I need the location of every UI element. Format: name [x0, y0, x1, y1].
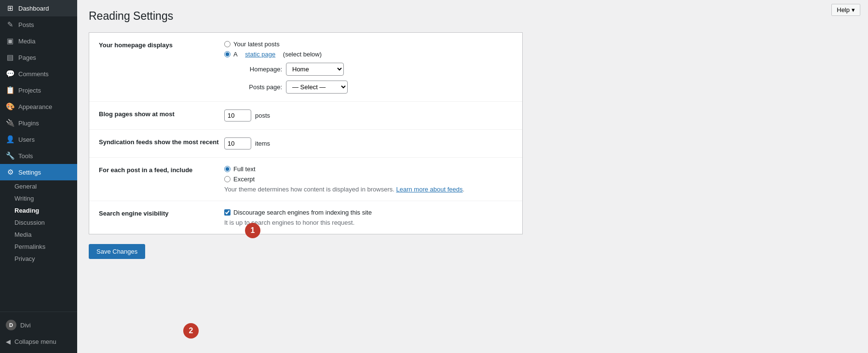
- divi-label: Divi: [20, 322, 31, 329]
- sidebar-item-media[interactable]: ▣ Media: [0, 33, 77, 49]
- homepage-label: Your homepage displays: [99, 41, 224, 49]
- subitem-media[interactable]: Media: [0, 229, 77, 241]
- media-icon: ▣: [6, 37, 14, 45]
- search-visibility-label: Search engine visibility: [99, 209, 224, 217]
- comments-icon: 💬: [6, 69, 14, 78]
- sidebar-divi[interactable]: D Divi: [0, 316, 77, 334]
- settings-form: Your homepage displays Your latest posts…: [89, 32, 523, 234]
- radio-excerpt-input[interactable]: [224, 176, 231, 182]
- sidebar-item-users[interactable]: 👤 Users: [0, 131, 77, 148]
- sidebar-bottom: D Divi ◀ Collapse menu: [0, 312, 77, 353]
- subitem-permalinks[interactable]: Permalinks: [0, 241, 77, 253]
- static-page-link[interactable]: static page: [245, 51, 275, 58]
- sidebar-item-label: Plugins: [18, 120, 39, 127]
- subitem-reading[interactable]: Reading: [0, 204, 77, 217]
- radio-excerpt-label: Excerpt: [233, 176, 255, 183]
- radio-full-text-label: Full text: [233, 165, 256, 173]
- feed-include-row: For each post in a feed, include Full te…: [89, 158, 522, 201]
- sidebar-item-label: Comments: [18, 70, 49, 78]
- homepage-select-label: Homepage:: [234, 66, 282, 73]
- search-visibility-control: Discourage search engines from indexing …: [224, 209, 513, 226]
- sidebar-item-label: Dashboard: [18, 5, 49, 12]
- static-page-suffix: (select below): [283, 51, 322, 58]
- feed-radio-group: Full text Excerpt: [224, 165, 513, 183]
- radio-full-text-input[interactable]: [224, 166, 231, 172]
- radio-latest-posts-input[interactable]: [224, 41, 231, 47]
- sidebar-item-settings[interactable]: ⚙ Settings: [0, 164, 77, 180]
- blog-pages-label: Blog pages show at most: [99, 109, 224, 118]
- search-visibility-row: Search engine visibility Discourage sear…: [89, 201, 522, 234]
- subitem-discussion[interactable]: Discussion: [0, 217, 77, 229]
- sidebar-item-posts[interactable]: ✎ Posts: [0, 16, 77, 33]
- posts-page-select-label: Posts page:: [234, 83, 282, 91]
- syndication-number-row: items: [224, 137, 513, 149]
- sidebar-item-label: Posts: [18, 21, 34, 28]
- save-changes-button[interactable]: Save Changes: [89, 244, 145, 259]
- subitem-general[interactable]: General: [0, 180, 77, 192]
- sidebar-item-plugins[interactable]: 🔌 Plugins: [0, 115, 77, 131]
- posts-page-select[interactable]: — Select —: [286, 81, 348, 94]
- search-engine-hint: It is up to search engines to honor this…: [224, 219, 513, 226]
- discourage-search-engines-checkbox[interactable]: Discourage search engines from indexing …: [224, 209, 513, 216]
- collapse-menu-button[interactable]: ◀ Collapse menu: [0, 334, 77, 349]
- syndication-label: Syndication feeds show the most recent: [99, 137, 224, 146]
- sidebar-item-label: Appearance: [18, 103, 52, 110]
- blog-pages-number-row: posts: [224, 109, 513, 122]
- posts-icon: ✎: [6, 20, 14, 29]
- annotation-badge-1: 1: [245, 223, 260, 238]
- blog-pages-control: posts: [224, 109, 513, 122]
- settings-icon: ⚙: [6, 168, 14, 176]
- homepage-select[interactable]: Home: [286, 63, 344, 76]
- dashboard-icon: ⊞: [6, 4, 14, 13]
- radio-static-page[interactable]: A static page (select below): [224, 51, 513, 58]
- radio-excerpt[interactable]: Excerpt: [224, 176, 513, 183]
- feed-hint: Your theme determines how content is dis…: [224, 186, 513, 193]
- sidebar-item-dashboard[interactable]: ⊞ Dashboard: [0, 0, 77, 16]
- subitem-privacy[interactable]: Privacy: [0, 253, 77, 265]
- syndication-input[interactable]: [224, 137, 251, 149]
- sidebar-item-label: Users: [18, 136, 35, 143]
- page-title: Reading Settings: [89, 10, 856, 23]
- sidebar-item-appearance[interactable]: 🎨 Appearance: [0, 98, 77, 115]
- help-label: Help: [837, 6, 850, 14]
- homepage-control: Your latest posts A static page (select …: [224, 41, 513, 94]
- radio-latest-posts-label: Your latest posts: [233, 41, 280, 48]
- radio-static-text: A: [233, 51, 238, 58]
- syndication-control: items: [224, 137, 513, 149]
- blog-pages-input[interactable]: [224, 109, 251, 122]
- help-button[interactable]: Help ▾: [831, 4, 860, 16]
- homepage-select-row: Homepage: Home: [234, 63, 513, 76]
- syndication-row: Syndication feeds show the most recent i…: [89, 130, 522, 158]
- sidebar-item-tools[interactable]: 🔧 Tools: [0, 148, 77, 164]
- sidebar-item-label: Media: [18, 38, 35, 45]
- radio-latest-posts[interactable]: Your latest posts: [224, 41, 513, 48]
- sidebar-item-pages[interactable]: ▤ Pages: [0, 49, 77, 66]
- sidebar-item-projects[interactable]: 📋 Projects: [0, 82, 77, 98]
- sidebar-item-label: Pages: [18, 54, 36, 61]
- annotation-badge-2: 2: [183, 323, 199, 339]
- tools-icon: 🔧: [6, 151, 14, 160]
- homepage-row: Your homepage displays Your latest posts…: [89, 33, 522, 102]
- collapse-label: Collapse menu: [14, 338, 56, 345]
- collapse-icon: ◀: [6, 338, 11, 345]
- homepage-radio-group: Your latest posts A static page (select …: [224, 41, 513, 58]
- posts-page-select-row: Posts page: — Select —: [234, 81, 513, 94]
- settings-subitems: General Writing Reading Discussion Media…: [0, 180, 77, 265]
- radio-full-text[interactable]: Full text: [224, 165, 513, 173]
- learn-more-feeds-link[interactable]: Learn more about feeds: [396, 186, 463, 193]
- sidebar-item-comments[interactable]: 💬 Comments: [0, 66, 77, 82]
- radio-static-page-input[interactable]: [224, 51, 231, 57]
- sidebar: ⊞ Dashboard ✎ Posts ▣ Media ▤ Pages 💬 Co…: [0, 0, 77, 353]
- blog-pages-row: Blog pages show at most posts: [89, 102, 522, 130]
- sidebar-item-label: Settings: [18, 169, 41, 176]
- pages-icon: ▤: [6, 53, 14, 62]
- appearance-icon: 🎨: [6, 102, 14, 111]
- divi-icon: D: [6, 320, 16, 330]
- feed-include-label: For each post in a feed, include: [99, 165, 224, 174]
- subitem-writing[interactable]: Writing: [0, 192, 77, 204]
- discourage-search-engines-input[interactable]: [224, 209, 231, 216]
- blog-pages-suffix: posts: [255, 112, 270, 119]
- projects-icon: 📋: [6, 86, 14, 95]
- main-content: Reading Settings Your homepage displays …: [77, 0, 868, 353]
- syndication-suffix: items: [255, 140, 270, 147]
